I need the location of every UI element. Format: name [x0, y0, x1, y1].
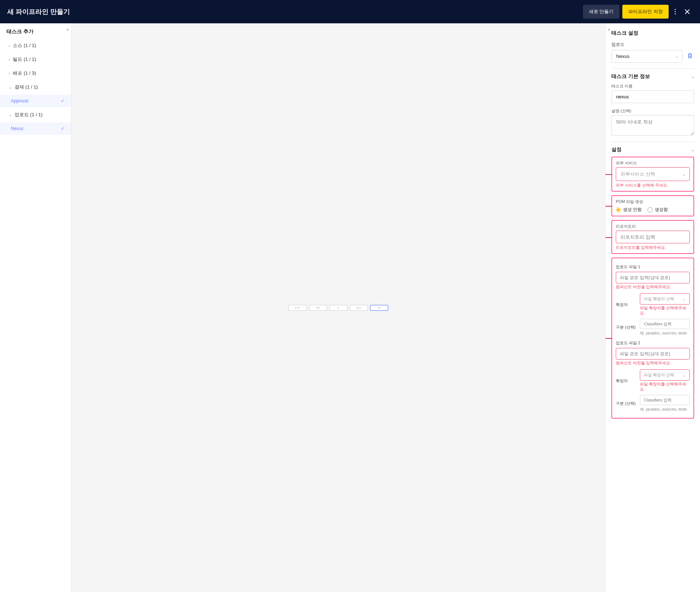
task-name-input[interactable]: [611, 90, 694, 103]
sidebar-left-title: 태스크 추가: [0, 28, 71, 39]
file2-ext-select[interactable]: 파일 확장자 선택 ⌄: [640, 369, 690, 381]
file1-classifier-hint: 예. javadoc, sources, tests: [640, 330, 690, 336]
file1-path-input[interactable]: [616, 272, 690, 283]
more-icon[interactable]: [672, 6, 679, 17]
ext-service-select[interactable]: 외부서비스 선택 ⌄: [616, 167, 690, 181]
tree-leaf-label: Approval: [11, 98, 28, 103]
file1-label: 업로드 파일 1: [616, 264, 690, 270]
file1-classifier-label: 구분 (선택): [616, 325, 636, 330]
file1-path-error: 컴퍼넌트 버전을 입력해주세요.: [616, 285, 690, 290]
highlight-repo: 3 리포지토리 리포지토리를 입력해주세요.: [611, 220, 694, 254]
save-pipeline-button[interactable]: 파이프라인 저장: [622, 5, 669, 19]
upload-label: 업로드: [611, 42, 694, 48]
file2-classifier-label: 구분 (선택): [616, 401, 636, 406]
task-desc-input[interactable]: [611, 115, 694, 136]
svg-point-2: [675, 13, 676, 15]
canvas-node[interactable]: ftp: [329, 305, 347, 311]
task-name-label: 태스크 이름: [611, 83, 694, 89]
panel-title: 태스크 설정: [611, 28, 694, 36]
close-icon[interactable]: [682, 6, 693, 17]
radio-label: 생성함: [655, 207, 668, 213]
basic-info-header[interactable]: 태스크 기본 정보 ⌄: [611, 73, 694, 80]
delete-icon[interactable]: [686, 51, 694, 61]
radio-icon: [648, 207, 653, 212]
file1-ext-select[interactable]: 파일 확장자 선택 ⌄: [640, 293, 690, 305]
pom-label: POM 파일 생성: [616, 199, 690, 204]
repo-error: 리포지토리를 입력해주세요.: [616, 245, 690, 250]
sidebar-right: » 태스크 설정 업로드 Nexus ⌄ 태스크 기본 정보 ⌄ 태스크 이름 …: [605, 23, 700, 592]
pom-radio-no[interactable]: 생성 안함: [616, 207, 642, 213]
chevron-down-icon: ⌄: [683, 373, 686, 377]
file2-classifier-input[interactable]: [640, 395, 690, 405]
tree-group-deploy[interactable]: › 배포 (1 / 3): [0, 66, 71, 80]
file2-ext-label: 확장자: [616, 378, 636, 384]
chevron-down-icon: ⌄: [683, 297, 686, 301]
chevron-right-icon: ›: [9, 71, 10, 75]
file2-label: 업로드 파일 2: [616, 340, 690, 346]
badge-line: [606, 206, 612, 207]
chevron-down-icon: ⌄: [691, 148, 694, 152]
collapse-left-icon[interactable]: «: [66, 27, 69, 32]
canvas-node[interactable]: git-clone: [288, 305, 307, 311]
tree-label: 결재 (1 / 1): [15, 84, 38, 90]
file1-ext-error: 파일 확장자를 선택해주세요.: [640, 306, 690, 316]
canvas-node-active[interactable]: nexus: [370, 305, 388, 311]
tree-label: 소스 (1 / 1): [13, 42, 36, 49]
repo-input[interactable]: [616, 231, 690, 243]
tree-label: 업로드 (1 / 1): [15, 111, 43, 118]
file1-ext-label: 확장자: [616, 302, 636, 307]
tree-group-build[interactable]: › 빌드 (1 / 1): [0, 52, 71, 66]
ext-service-error: 외부 서비스를 선택해 주세요.: [616, 183, 690, 188]
badge-line: [606, 174, 612, 175]
section-title: 설정: [611, 146, 622, 153]
section-title: 태스크 기본 정보: [611, 73, 650, 80]
task-desc-label: 설명 (선택): [611, 108, 694, 114]
pipeline-canvas[interactable]: git-clone gradle ftp approve nexus: [71, 23, 605, 592]
file2-ext-error: 파일 확장자를 선택해주세요.: [640, 382, 690, 392]
chevron-down-icon: ⌄: [675, 54, 678, 58]
ext-service-label: 외부 서비스: [616, 160, 690, 166]
header-actions: 새로 만들기 파이프라인 저장: [583, 5, 693, 19]
canvas-nodes: git-clone gradle ftp approve nexus: [288, 305, 388, 311]
select-placeholder: 파일 확장자 선택: [644, 296, 674, 302]
expand-right-icon[interactable]: »: [608, 27, 610, 32]
settings-header[interactable]: 설정 ⌄: [611, 146, 694, 153]
radio-icon: [616, 207, 621, 212]
chevron-down-icon: ⌄: [9, 85, 12, 89]
new-button[interactable]: 새로 만들기: [583, 5, 620, 19]
svg-point-1: [675, 11, 676, 12]
select-placeholder: 외부서비스 선택: [621, 171, 655, 177]
chevron-down-icon: ⌄: [691, 75, 694, 79]
upload-type-select[interactable]: Nexus ⌄: [611, 50, 683, 63]
chevron-down-icon: ⌄: [682, 172, 685, 176]
divider: [611, 68, 694, 69]
tree-group-source[interactable]: › 소스 (1 / 1): [0, 39, 71, 52]
pom-radio-yes[interactable]: 생성함: [648, 207, 668, 213]
file1-classifier-input[interactable]: [640, 319, 690, 329]
sidebar-left: « 태스크 추가 › 소스 (1 / 1) › 빌드 (1 / 1) › 배포 …: [0, 23, 71, 592]
file2-classifier-hint: 예. javadoc, sources, tests: [640, 407, 690, 412]
highlight-ext-service: 1 외부 서비스 외부서비스 선택 ⌄ 외부 서비스를 선택해 주세요.: [611, 157, 694, 192]
select-placeholder: 파일 확장자 선택: [644, 372, 674, 378]
tree-leaf-label: Nexus: [11, 126, 23, 131]
radio-label: 생성 안함: [623, 207, 642, 213]
main-layout: « 태스크 추가 › 소스 (1 / 1) › 빌드 (1 / 1) › 배포 …: [0, 23, 700, 592]
canvas-node[interactable]: gradle: [309, 305, 327, 311]
chevron-down-icon: ⌄: [9, 113, 12, 117]
tree-leaf-approval[interactable]: Approval ✓: [0, 95, 71, 107]
tree-label: 빌드 (1 / 1): [13, 56, 36, 63]
badge-line: [606, 237, 612, 238]
highlight-pom: 2 POM 파일 생성 생성 안함 생성함: [611, 195, 694, 216]
tree-leaf-nexus[interactable]: Nexus ✓: [0, 122, 71, 135]
divider: [611, 142, 694, 142]
canvas-node[interactable]: approve: [350, 305, 368, 311]
chevron-right-icon: ›: [9, 44, 10, 48]
tree-group-approval[interactable]: ⌄ 결재 (1 / 1): [0, 80, 71, 94]
repo-label: 리포지토리: [616, 224, 690, 229]
badge-line: [606, 338, 612, 339]
tree-label: 배포 (1 / 3): [13, 70, 36, 77]
tree-group-upload[interactable]: ⌄ 업로드 (1 / 1): [0, 108, 71, 122]
svg-point-0: [675, 9, 676, 10]
app-header: 새 파이프라인 만들기 새로 만들기 파이프라인 저장: [0, 0, 700, 23]
file2-path-input[interactable]: [616, 348, 690, 360]
